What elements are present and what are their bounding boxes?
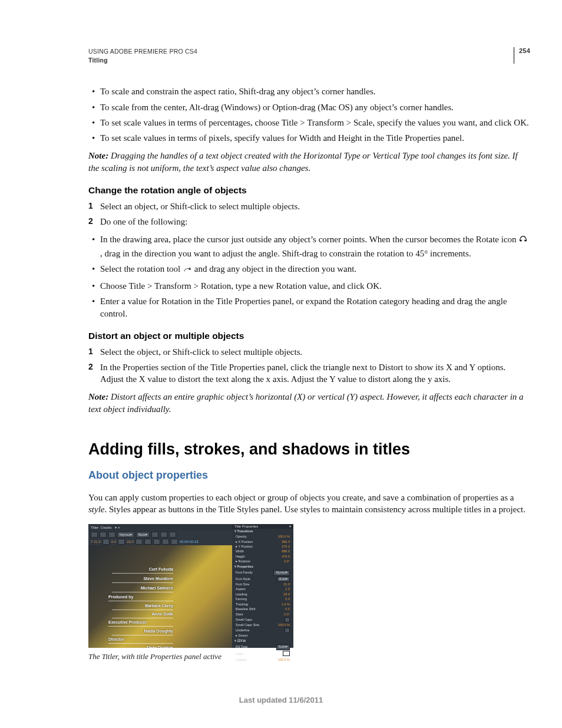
heading-distort: Distort an object or multiple objects	[88, 330, 530, 342]
header-rule	[514, 47, 514, 64]
bullet-item: In the drawing area, place the cursor ju…	[100, 233, 530, 259]
step-item: Select the object, or Shift-click to sel…	[100, 346, 530, 358]
italic-button[interactable]	[160, 532, 167, 538]
tool-icon[interactable]	[118, 539, 125, 545]
bullet-item: To scale from the center, Alt-drag (Wind…	[100, 101, 530, 113]
color-swatch[interactable]	[283, 651, 290, 656]
underline-button[interactable]	[169, 532, 176, 538]
bold-button[interactable]	[151, 532, 158, 538]
credit-line: Director	[108, 637, 173, 643]
note-scale: Note: Dragging the handles of a text obj…	[88, 150, 530, 174]
credit-line: Steve Muratore	[112, 576, 173, 582]
prop-dropdown[interactable]: Myriad ▾	[273, 570, 290, 575]
title-properties-panel: Title Properties▾ ▿ Transform Opacity100…	[232, 524, 293, 648]
note-text: Dragging the handles of a text object cr…	[88, 151, 518, 172]
credit-line: Executive Producer	[108, 620, 173, 626]
rotation-bullets: In the drawing area, place the cursor ju…	[88, 233, 530, 319]
step-item: In the Properties section of the Title P…	[100, 361, 530, 386]
titler-screenshot: Titler: Credits ▾ × Myriad ▾ Bold ▾ T 21…	[88, 524, 293, 648]
credit-line: Produced by	[108, 594, 173, 601]
checkbox[interactable]	[285, 628, 290, 633]
tool-icon[interactable]	[91, 532, 98, 538]
mini-window-title: Titler: Credits	[91, 525, 111, 530]
figure-caption: The Titler, with title Properties panel …	[88, 651, 530, 662]
step-item: Do one of the following:	[100, 216, 530, 228]
mini-titlebar: Titler: Credits ▾ ×	[88, 524, 232, 531]
doc-section: Titling	[88, 56, 197, 65]
panel-tab[interactable]: Title Properties▾	[232, 524, 293, 529]
credit-line: Curt Fukuda	[112, 566, 173, 573]
section-fill[interactable]: ▿ ☑ Fill	[232, 638, 293, 644]
page-number: 254	[519, 47, 530, 64]
prop-dropdown[interactable]: Bold ▾	[277, 577, 290, 582]
bullet-item: Enter a value for Rotation in the Title …	[100, 295, 530, 319]
tool-icon[interactable]	[171, 539, 178, 545]
credit-line: Anne Solik	[112, 611, 173, 618]
bullet-text: and drag any object in the direction you…	[194, 264, 356, 274]
section-properties[interactable]: ▿ Properties	[232, 564, 293, 569]
checkbox[interactable]	[285, 617, 290, 622]
align-right-icon[interactable]	[153, 539, 160, 545]
note-label: Note:	[88, 151, 108, 160]
note-label: Note:	[88, 392, 108, 401]
prop-dropdown[interactable]: Solid ▾	[276, 644, 290, 650]
bullet-text: In the drawing area, place the cursor ju…	[100, 235, 518, 244]
bullet-item: Choose Title > Transform > Rotation, typ…	[100, 280, 530, 292]
step-item: Select an object, or Shift-click to sele…	[100, 200, 530, 212]
mini-canvas: Curt FukudaSteve MuratoreMichael Saliner…	[88, 545, 232, 648]
tool-icon[interactable]	[100, 532, 107, 538]
doc-title: USING ADOBE PREMIERE PRO CS4	[88, 47, 197, 56]
para-text: You can apply custom properties to each …	[88, 493, 514, 502]
rotation-tool-icon	[183, 265, 192, 276]
font-weight-dropdown[interactable]: Bold ▾	[136, 532, 150, 538]
heading-about-props: About object properties	[88, 468, 530, 482]
bullet-item: To set scale values in terms of pixels, …	[100, 132, 530, 144]
mini-toolbar-1: Myriad ▾ Bold ▾	[88, 531, 232, 538]
page-footer: Last updated 11/6/2011	[0, 696, 562, 704]
note-distort: Note: Distort affects an entire graphic …	[88, 391, 530, 415]
bullet-text: Select the rotation tool	[100, 264, 183, 274]
rotation-steps: Select an object, or Shift-click to sele…	[88, 200, 530, 228]
section-transform[interactable]: ▿ Transform	[232, 529, 293, 534]
para-text: . Styles appear as buttons in the Title …	[105, 505, 525, 514]
tab-icon[interactable]	[162, 539, 169, 545]
align-center-icon[interactable]	[144, 539, 151, 545]
align-left-icon[interactable]	[135, 539, 143, 545]
mini-toolbar-2: T 21.0 0.0 23.0 00:00:00:23	[88, 538, 232, 545]
para-style-word: style	[88, 505, 105, 514]
scale-bullet-list: To scale and constrain the aspect ratio,…	[88, 85, 530, 144]
rotate-cursor-icon	[518, 235, 528, 247]
bullet-text: , drag in the direction you want to adju…	[100, 249, 471, 258]
font-family-dropdown[interactable]: Myriad ▾	[117, 532, 134, 538]
bullet-item: To scale and constrain the aspect ratio,…	[100, 85, 530, 97]
credit-line: Barbara Carey	[112, 603, 173, 610]
credit-line: Nadia Doughty	[112, 628, 173, 635]
tool-icon[interactable]	[103, 539, 110, 545]
timecode: 00:00:00:23	[180, 539, 199, 544]
heading-fills: Adding fills, strokes, and shadows in ti…	[88, 439, 530, 460]
credit-line: Dean Dupkus	[112, 645, 173, 648]
page-header: USING ADOBE PREMIERE PRO CS4 Titling 254	[88, 47, 530, 64]
distort-steps: Select the object, or Shift-click to sel…	[88, 346, 530, 386]
note-text: Distort affects an entire graphic object…	[88, 392, 524, 413]
credit-line: Michael Salinero	[112, 585, 173, 592]
heading-rotation: Change the rotation angle of objects	[88, 185, 530, 197]
tool-icon[interactable]	[108, 532, 115, 538]
bullet-item: To set scale values in terms of percenta…	[100, 117, 530, 129]
bullet-item: Select the rotation tool and drag any ob…	[100, 263, 530, 276]
about-paragraph: You can apply custom properties to each …	[88, 492, 530, 516]
